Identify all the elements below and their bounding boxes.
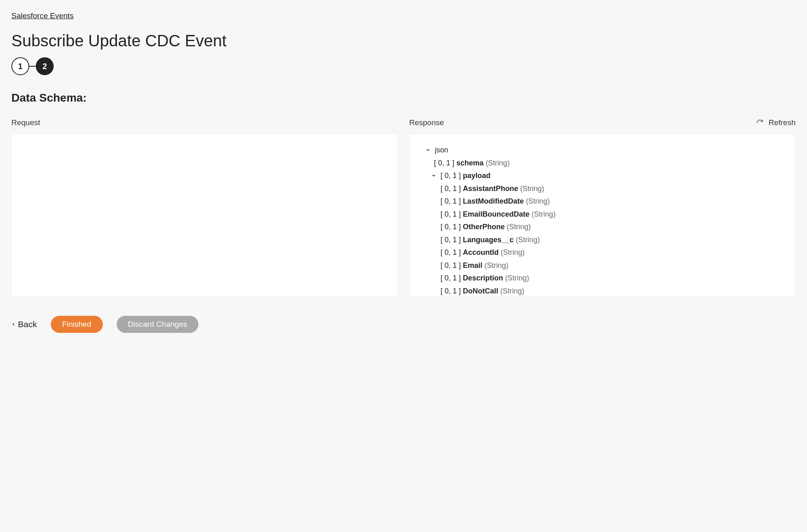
- response-label: Response: [409, 118, 444, 127]
- request-column: Request: [11, 116, 398, 296]
- request-header-row: Request: [11, 116, 398, 130]
- field-name: AccountId: [463, 246, 499, 259]
- type-label: (String): [532, 208, 556, 221]
- type-label: (String): [520, 182, 544, 195]
- tree-node-field[interactable]: [ 0, 1 ] Description (String): [420, 272, 786, 285]
- type-label: (String): [516, 234, 540, 247]
- occurrence-label: [ 0, 1 ]: [441, 169, 461, 182]
- occurrence-label: [ 0, 1 ]: [441, 234, 461, 247]
- occurrence-label: [ 0, 1 ]: [441, 221, 461, 234]
- field-name: DoNotCall: [463, 285, 498, 297]
- field-name: OtherPhone: [463, 221, 505, 234]
- page-title: Subscribe Update CDC Event: [11, 32, 796, 50]
- type-label: (String): [505, 272, 529, 285]
- tree-node-field[interactable]: [ 0, 1 ] EmailBouncedDate (String): [420, 208, 786, 221]
- tree-node-field[interactable]: [ 0, 1 ] AccountId (String): [420, 246, 786, 259]
- type-label: (String): [526, 195, 550, 208]
- response-tree: json [ 0, 1 ] schema (String) [ 0, 1 ] p…: [410, 134, 796, 296]
- breadcrumb-link[interactable]: Salesforce Events: [11, 11, 74, 20]
- field-name: LastModifiedDate: [463, 195, 524, 208]
- tree-node-field[interactable]: [ 0, 1 ] DoNotCall (String): [420, 285, 786, 297]
- page-container: Salesforce Events Subscribe Update CDC E…: [0, 0, 807, 349]
- refresh-label: Refresh: [768, 118, 796, 127]
- schema-columns: Request Response Refresh: [11, 116, 796, 296]
- stepper: 1 2: [11, 57, 796, 75]
- finished-button[interactable]: Finished: [51, 316, 103, 333]
- refresh-icon: [756, 119, 763, 126]
- occurrence-label: [ 0, 1 ]: [441, 182, 461, 195]
- chevron-down-icon: [430, 169, 437, 182]
- tree-node-field[interactable]: [ 0, 1 ] OtherPhone (String): [420, 221, 786, 234]
- tree-root-label: json: [435, 144, 448, 157]
- section-label-data-schema: Data Schema:: [11, 91, 796, 104]
- response-header-row: Response Refresh: [409, 116, 796, 130]
- field-name: EmailBouncedDate: [463, 208, 530, 221]
- type-label: (String): [486, 157, 510, 170]
- field-name: Email: [463, 259, 483, 272]
- back-label: Back: [18, 319, 37, 329]
- step-1[interactable]: 1: [11, 57, 29, 75]
- payload-fields-list: [ 0, 1 ] AssistantPhone (String)[ 0, 1 ]…: [420, 182, 786, 297]
- occurrence-label: [ 0, 1 ]: [441, 208, 461, 221]
- discard-changes-button[interactable]: Discard Changes: [117, 316, 199, 333]
- tree-node-field[interactable]: [ 0, 1 ] Email (String): [420, 259, 786, 272]
- refresh-button[interactable]: Refresh: [756, 118, 796, 127]
- tree-node-payload[interactable]: [ 0, 1 ] payload: [420, 169, 786, 182]
- step-connector: [29, 66, 36, 67]
- response-column: Response Refresh: [409, 116, 796, 296]
- occurrence-label: [ 0, 1 ]: [434, 157, 455, 170]
- request-panel: [11, 134, 398, 296]
- occurrence-label: [ 0, 1 ]: [441, 272, 461, 285]
- type-label: (String): [507, 221, 531, 234]
- field-name: Languages__c: [463, 234, 514, 247]
- field-name: AssistantPhone: [463, 182, 518, 195]
- tree-node-schema[interactable]: [ 0, 1 ] schema (String): [420, 157, 786, 170]
- occurrence-label: [ 0, 1 ]: [441, 259, 461, 272]
- request-label: Request: [11, 118, 40, 127]
- response-panel: json [ 0, 1 ] schema (String) [ 0, 1 ] p…: [409, 134, 796, 296]
- chevron-left-icon: [11, 319, 15, 329]
- type-label: (String): [500, 285, 524, 297]
- tree-node-field[interactable]: [ 0, 1 ] Languages__c (String): [420, 234, 786, 247]
- tree-node-field[interactable]: [ 0, 1 ] LastModifiedDate (String): [420, 195, 786, 208]
- footer-bar: Back Finished Discard Changes: [11, 316, 796, 333]
- field-name: Description: [463, 272, 503, 285]
- chevron-down-icon: [424, 144, 432, 157]
- type-label: (String): [501, 246, 525, 259]
- field-name: schema: [457, 157, 484, 170]
- field-name: payload: [463, 169, 491, 182]
- occurrence-label: [ 0, 1 ]: [441, 285, 461, 297]
- tree-node-json[interactable]: json: [420, 144, 786, 157]
- type-label: (String): [485, 259, 509, 272]
- back-button[interactable]: Back: [11, 319, 37, 329]
- occurrence-label: [ 0, 1 ]: [441, 195, 461, 208]
- step-2[interactable]: 2: [36, 57, 54, 75]
- tree-node-field[interactable]: [ 0, 1 ] AssistantPhone (String): [420, 182, 786, 195]
- occurrence-label: [ 0, 1 ]: [441, 246, 461, 259]
